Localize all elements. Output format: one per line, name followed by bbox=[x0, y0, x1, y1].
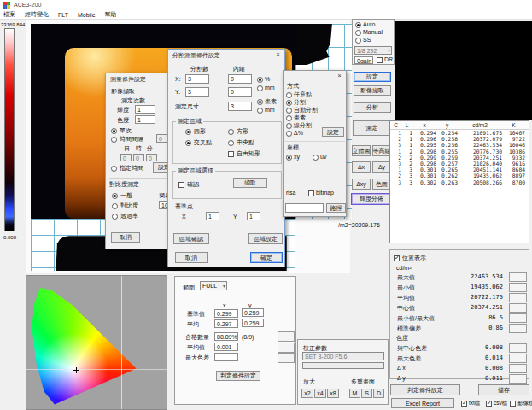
txt-checkbox[interactable] bbox=[461, 401, 467, 407]
analyze-button[interactable]: 分析 bbox=[354, 102, 391, 113]
auto-radio[interactable] bbox=[355, 22, 361, 28]
specified-time-radio[interactable] bbox=[111, 166, 117, 172]
range-dropdown[interactable]: FULL ▾ bbox=[200, 281, 227, 290]
table-row[interactable]: 130.3010.26520451.1418684 bbox=[390, 167, 529, 173]
judge-settings-button[interactable]: 判定條件設定 bbox=[216, 371, 260, 381]
ss-radio[interactable] bbox=[355, 38, 361, 44]
divider bbox=[285, 141, 345, 142]
zoom-x2-button[interactable]: x2 bbox=[301, 389, 313, 398]
table-row[interactable]: 330.3020.26320508.2668700 bbox=[390, 179, 529, 185]
delta-x-button[interactable]: Δx bbox=[352, 161, 371, 173]
bitmap-checkbox[interactable] bbox=[308, 190, 314, 196]
ref-x-field[interactable]: 0.299 bbox=[214, 309, 238, 318]
close-icon[interactable]: × bbox=[273, 50, 283, 59]
day-field[interactable]: 0 bbox=[120, 154, 132, 161]
percent-radio[interactable] bbox=[257, 77, 263, 83]
y-count-field[interactable]: 3 bbox=[185, 87, 209, 97]
multi-m-button[interactable]: M bbox=[349, 389, 360, 398]
menu-flt[interactable]: FLT bbox=[58, 12, 68, 18]
table-row[interactable]: 230.3010.26219435.0628897 bbox=[390, 173, 529, 179]
y-inset-field[interactable]: 0 bbox=[228, 87, 252, 97]
size-field[interactable]: 3 bbox=[228, 102, 252, 111]
hour-field[interactable]: 0 bbox=[133, 154, 144, 161]
zoom-x8-button[interactable]: x8 bbox=[327, 389, 339, 398]
method-set-button[interactable]: 設定 bbox=[322, 127, 344, 137]
area-confirm-button[interactable]: 區域確認 bbox=[173, 233, 209, 244]
table-row[interactable]: 110.2940.25421091.67510407 bbox=[390, 130, 529, 136]
avg-y-field[interactable]: 0.259 bbox=[242, 319, 264, 327]
table-row[interactable]: 320.2980.25721026.0409616 bbox=[390, 161, 529, 167]
cross-radio[interactable] bbox=[185, 140, 191, 146]
judge-condition-button[interactable]: 判定條件設定 bbox=[390, 384, 460, 395]
excel-report-button[interactable]: Excel Report bbox=[391, 398, 454, 408]
split-ok-button[interactable]: 確定 bbox=[250, 252, 283, 263]
pixel-radio[interactable] bbox=[257, 99, 263, 105]
capture-area-button[interactable]: 擷取 bbox=[233, 178, 267, 188]
secondary-display[interactable] bbox=[395, 21, 532, 120]
contour-button[interactable]: 等高線 bbox=[372, 145, 391, 156]
image-file-checkbox[interactable] bbox=[510, 401, 516, 407]
gain-field[interactable]: 0gain bbox=[354, 56, 373, 64]
xy-radio[interactable] bbox=[286, 155, 292, 161]
pixel-mode-radio[interactable] bbox=[286, 115, 292, 121]
minute-field[interactable]: 0 bbox=[146, 154, 157, 161]
colormap-button[interactable]: 色圖 bbox=[372, 179, 391, 190]
measure-button[interactable]: 測定 bbox=[353, 120, 391, 136]
x-inset-field[interactable]: 0 bbox=[228, 74, 252, 84]
solid-view-button[interactable]: 立體圖 bbox=[352, 145, 371, 156]
delta-xy-button[interactable]: Δxy bbox=[352, 179, 371, 190]
delta-y-button[interactable]: Δy bbox=[372, 161, 391, 173]
menu-temporal[interactable]: 經時變化 bbox=[25, 10, 49, 19]
table-row[interactable]: 220.2990.25920374.2519332 bbox=[390, 155, 529, 161]
multi-s-button[interactable]: S bbox=[361, 389, 372, 398]
normal-radio[interactable] bbox=[112, 193, 118, 199]
table-row[interactable]: 120.2980.25520776.73010386 bbox=[390, 149, 529, 155]
square-radio[interactable] bbox=[228, 129, 234, 135]
area-set-button[interactable]: 區域設定 bbox=[248, 233, 283, 244]
manual-radio[interactable] bbox=[355, 30, 361, 36]
base-x-field[interactable]: 1 bbox=[206, 212, 219, 220]
circle-radio[interactable] bbox=[185, 129, 191, 135]
delta-pct-radio[interactable] bbox=[286, 131, 292, 137]
arbitrary-point-radio[interactable] bbox=[286, 92, 292, 98]
method-close-icon[interactable]: × bbox=[335, 72, 344, 80]
image-capture-button[interactable]: 影像擷取 bbox=[354, 85, 391, 96]
luminance-dist-button[interactable]: 輝度分佈 bbox=[351, 193, 392, 205]
measure-cancel-button[interactable]: 取消 bbox=[111, 232, 140, 243]
luminance-count-field[interactable]: 1 bbox=[135, 105, 155, 114]
auto-split-radio[interactable] bbox=[286, 108, 292, 114]
mm2-radio[interactable] bbox=[257, 108, 263, 114]
mm-radio[interactable] bbox=[257, 85, 263, 91]
shutter-dropdown[interactable]: 1/8 292 ▾ bbox=[354, 46, 392, 55]
path-button[interactable]: 路徑 bbox=[326, 203, 346, 213]
confirm-checkbox[interactable] bbox=[178, 182, 184, 188]
multi-d-button[interactable]: D bbox=[373, 389, 384, 398]
single-radio[interactable] bbox=[111, 128, 117, 134]
save-button[interactable]: 儲存 bbox=[478, 384, 529, 395]
position-display-checkbox[interactable] bbox=[394, 255, 400, 261]
split-cancel-button[interactable]: 取消 bbox=[175, 252, 208, 263]
contrast-radio[interactable] bbox=[112, 203, 118, 209]
menu-help[interactable]: 幫助 bbox=[105, 10, 117, 19]
settings-button[interactable]: 設定 bbox=[354, 72, 391, 82]
freerect-checkbox[interactable] bbox=[228, 151, 234, 157]
table-row[interactable]: 210.2960.25820372.0799722 bbox=[390, 136, 529, 142]
center-radio[interactable] bbox=[228, 140, 234, 146]
zoom-x4-button[interactable]: x4 bbox=[314, 389, 326, 398]
base-y-field[interactable]: 1 bbox=[247, 212, 260, 220]
ref-y-field[interactable]: 0.259 bbox=[242, 308, 264, 317]
transmittance-radio[interactable] bbox=[112, 214, 118, 220]
interval-radio[interactable] bbox=[111, 137, 117, 143]
csv-checkbox[interactable] bbox=[486, 401, 492, 407]
table-row[interactable]: 310.2950.25622463.53410046 bbox=[390, 142, 529, 148]
menu-file[interactable]: 檔案 bbox=[3, 10, 15, 19]
dr-checkbox[interactable] bbox=[377, 57, 383, 63]
avg-x-field[interactable]: 0.297 bbox=[214, 319, 238, 328]
uv-radio[interactable] bbox=[313, 155, 319, 161]
split-mode-radio[interactable] bbox=[286, 100, 292, 106]
line-split-radio[interactable] bbox=[286, 123, 292, 129]
path-field[interactable] bbox=[285, 203, 324, 213]
menu-mobile[interactable]: Mobile bbox=[78, 12, 96, 18]
x-count-field[interactable]: 3 bbox=[185, 74, 209, 84]
chroma-count-field[interactable]: 1 bbox=[135, 115, 155, 124]
